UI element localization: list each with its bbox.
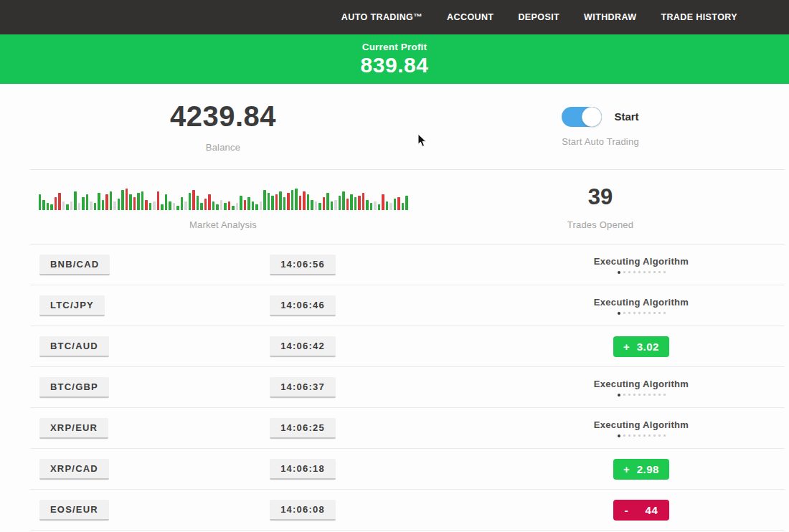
market-bar <box>70 201 73 210</box>
progress-dot <box>638 394 641 396</box>
time-badge: 14:06:25 <box>270 418 336 439</box>
market-analysis-label: Market Analysis <box>189 219 257 230</box>
pair-badge: LTC/JPY <box>39 295 105 316</box>
progress-dot <box>658 434 661 437</box>
progress-dot <box>648 312 651 314</box>
executing-progress-dots <box>534 271 749 274</box>
market-bar <box>86 194 89 210</box>
executing-label: Executing Algorithm <box>534 256 749 267</box>
market-bar <box>42 200 45 210</box>
executing-progress-dots <box>534 434 749 437</box>
market-bar <box>382 194 384 210</box>
nav-item[interactable]: AUTO TRADING™ <box>341 12 422 22</box>
progress-dot <box>618 394 620 396</box>
progress-dot <box>623 271 625 273</box>
auto-trading-toggle[interactable] <box>562 107 602 127</box>
toggle-knob-icon <box>582 107 602 127</box>
market-bar <box>78 203 81 210</box>
market-bar <box>113 201 116 210</box>
market-bar <box>102 200 105 210</box>
market-bar <box>397 197 400 210</box>
market-bar <box>74 191 77 210</box>
market-bar <box>228 201 231 210</box>
market-bar <box>82 197 85 210</box>
progress-dot <box>638 271 641 273</box>
market-bar <box>339 196 341 210</box>
market-bar <box>240 196 242 210</box>
progress-dot <box>618 434 620 437</box>
time-badge: 14:06:37 <box>270 377 336 398</box>
market-bar <box>287 193 290 210</box>
market-bar <box>244 200 247 210</box>
market-bar <box>216 204 219 210</box>
executing-status: Executing Algorithm <box>534 379 749 396</box>
trade-status: Executing Algorithm <box>534 297 749 315</box>
market-bar <box>204 199 207 210</box>
market-bar <box>232 206 235 210</box>
market-bar <box>192 190 195 210</box>
trade-row: XRP/CAD 14:06:18 + 2.98 <box>30 449 785 490</box>
market-bar <box>184 201 187 210</box>
pair-badge: BTC/GBP <box>39 377 109 398</box>
trade-status: Executing Algorithm <box>534 419 749 437</box>
market-bar <box>311 200 313 210</box>
progress-dot <box>653 434 656 437</box>
market-bar <box>378 204 381 210</box>
market-bar <box>299 196 302 210</box>
time-badge: 14:06:18 <box>270 459 336 480</box>
market-bar <box>247 197 250 210</box>
auto-trading-block: Start Start Auto Trading <box>416 84 785 169</box>
market-bar <box>389 203 392 210</box>
nav-item[interactable]: DEPOSIT <box>518 12 559 22</box>
market-bar <box>200 203 203 210</box>
pair-badge: BTC/AUD <box>39 336 109 357</box>
trade-row: XRP/EUR 14:06:25 Executing Algorithm <box>30 408 785 449</box>
market-bar <box>169 201 171 210</box>
market-bar <box>370 203 373 210</box>
progress-dot <box>643 271 646 273</box>
market-bar <box>208 194 211 210</box>
executing-label: Executing Algorithm <box>534 297 749 308</box>
executing-status: Executing Algorithm <box>534 297 749 315</box>
market-bar <box>126 189 128 210</box>
nav-item[interactable]: WITHDRAW <box>584 12 636 22</box>
market-bar <box>110 191 113 210</box>
stats-row-market: Market Analysis 39 Trades Opened <box>30 170 785 244</box>
trade-status: + 3.02 <box>534 336 749 357</box>
trade-status: Executing Algorithm <box>534 379 749 396</box>
trade-status: - 44 <box>534 500 749 521</box>
time-badge: 14:06:42 <box>270 336 336 357</box>
time-badge: 14:06:56 <box>270 255 336 275</box>
market-bar <box>358 196 361 210</box>
result-badge: + 2.98 <box>613 459 669 480</box>
nav-item[interactable]: TRADE HISTORY <box>661 12 737 22</box>
balance-value: 4239.84 <box>170 100 276 133</box>
executing-progress-dots <box>534 394 749 396</box>
progress-dot <box>648 271 651 273</box>
profit-banner-value: 839.84 <box>361 53 429 77</box>
balance-label: Balance <box>206 142 240 153</box>
progress-dot <box>653 394 656 396</box>
market-bar <box>315 201 318 210</box>
progress-dot <box>648 394 651 396</box>
result-badge: + 3.02 <box>613 336 669 357</box>
nav-item[interactable]: ACCOUNT <box>447 12 493 22</box>
top-nav: AUTO TRADING™ACCOUNTDEPOSITWITHDRAWTRADE… <box>0 0 789 34</box>
progress-dot <box>628 312 630 314</box>
balance-block: 4239.84 Balance <box>30 84 416 169</box>
progress-dot <box>663 434 666 437</box>
progress-dot <box>633 312 636 314</box>
market-bar <box>386 201 389 210</box>
market-bar <box>405 196 408 210</box>
pair-badge: EOS/EUR <box>39 500 109 521</box>
market-analysis-block: Market Analysis <box>30 170 416 244</box>
market-bar <box>295 189 298 210</box>
progress-dot <box>633 434 636 437</box>
market-bar <box>271 196 274 210</box>
market-bar <box>90 201 93 210</box>
market-bar <box>145 200 148 210</box>
market-bar <box>66 204 69 210</box>
progress-dot <box>628 394 630 396</box>
executing-label: Executing Algorithm <box>534 419 749 430</box>
trade-row: BTC/AUD 14:06:42 + 3.02 <box>30 326 785 367</box>
